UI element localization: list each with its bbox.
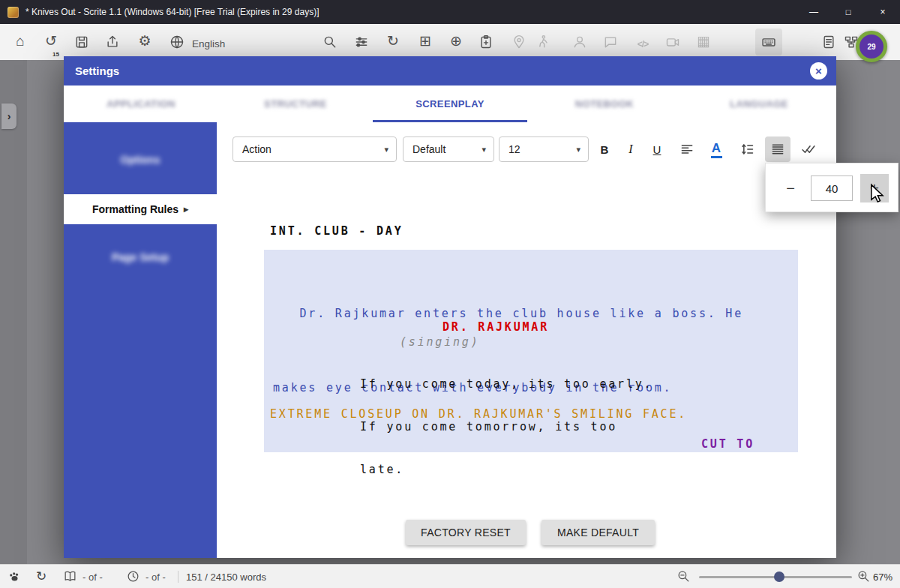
page-book-icon [63, 569, 77, 584]
history-icon[interactable]: ↺ [43, 33, 59, 50]
main-toolbar: ⌂ ↺ 15 ⚙ English ↻ ⊞ ⊕ </> ▦ [0, 24, 900, 60]
minimize-button[interactable]: — [796, 0, 831, 24]
notes-icon[interactable] [821, 34, 836, 50]
text-color-button[interactable]: A [705, 138, 728, 160]
stepper-value-field[interactable]: 40 [811, 176, 853, 201]
user-avatar-trial-badge[interactable]: 29 [856, 31, 887, 62]
tab-application[interactable]: APPLICATION [64, 86, 218, 122]
italic-button[interactable]: I [620, 138, 642, 160]
chevron-down-icon: ▾ [384, 145, 388, 154]
settings-tabbar: APPLICATION STRUCTURE SCREENPLAY NOTEBOO… [64, 86, 836, 122]
filter-sliders-icon[interactable] [354, 34, 369, 50]
element-type-dropdown[interactable]: Action ▾ [232, 136, 397, 162]
dialogue-bubble-icon [603, 34, 618, 50]
refresh-icon[interactable]: ↻ [385, 33, 401, 50]
zoom-percent: 67% [873, 572, 892, 583]
chevron-down-icon: ▾ [576, 145, 580, 154]
font-size-dropdown[interactable]: 12 ▾ [499, 136, 589, 162]
tab-notebook[interactable]: NOTEBOOK [527, 86, 682, 122]
maximize-button[interactable]: □ [831, 0, 866, 24]
chevron-down-icon: ▾ [482, 145, 486, 154]
preview-character[interactable]: DR. RAJKUMAR [442, 320, 549, 334]
close-window-button[interactable]: × [866, 0, 900, 24]
sidebar-item-formatting-rules[interactable]: Formatting Rules ▸ [64, 194, 217, 224]
sidebar-item-page-setup[interactable]: Page Setup [64, 242, 217, 272]
home-icon[interactable]: ⌂ [12, 33, 28, 50]
settings-close-button[interactable]: × [810, 62, 827, 80]
make-default-button[interactable]: MAKE DEFAULT [542, 520, 655, 545]
sidebar-item-options[interactable]: Options [64, 145, 217, 175]
settings-sidebar: Options Formatting Rules ▸ Page Setup [64, 122, 217, 558]
add-scene-icon[interactable]: ⊞ [417, 33, 434, 50]
gear-icon[interactable]: ⚙ [136, 33, 153, 50]
search-icon[interactable] [322, 34, 338, 50]
factory-reset-button[interactable]: FACTORY RESET [406, 520, 526, 545]
window-title: * Knives Out - Scrite 1.1 (Windows 64-bi… [26, 7, 319, 17]
keyboard-icon [761, 34, 776, 50]
line-spacing-button[interactable] [736, 138, 758, 160]
clock-icon [126, 569, 140, 584]
tab-screenplay[interactable]: SCREENPLAY [373, 86, 527, 122]
preview-dialogue[interactable]: If you come today, its too early. If you… [360, 349, 652, 506]
statusbar: ↻ - of - - of - 151 / 24150 words 67% [0, 564, 900, 588]
preview-transition[interactable]: CUT TO [701, 437, 754, 451]
preview-shot[interactable]: EXTREME CLOSEUP ON DR. RAJKUMAR'S SMILIN… [270, 407, 687, 421]
settings-header: Settings × [64, 56, 836, 86]
sidebar-item-arrow-icon: ▸ [184, 204, 188, 214]
zoom-out-icon[interactable] [676, 569, 691, 584]
refresh-status-icon[interactable]: ↻ [36, 568, 46, 584]
location-pin-icon [512, 34, 526, 50]
code-icon: </> [633, 36, 652, 52]
font-dropdown[interactable]: Default ▾ [403, 136, 494, 162]
preview-scene-heading[interactable]: INT. CLUB - DAY [270, 224, 403, 238]
bold-button[interactable]: B [593, 138, 616, 160]
zoom-slider-thumb[interactable] [774, 572, 784, 582]
preview-parenthetical[interactable]: (singing) [400, 335, 479, 349]
stepper-minus-button[interactable]: − [779, 177, 802, 200]
tab-structure[interactable]: STRUCTURE [218, 86, 373, 122]
window-controls: — □ × [796, 0, 900, 24]
statusbar-divider [178, 571, 178, 583]
mouse-cursor [867, 183, 888, 204]
undo-count-badge: 15 [52, 51, 59, 58]
word-count: 151 / 24150 words [186, 572, 266, 583]
apply-all-checks-button[interactable] [797, 138, 820, 160]
titlebar: * Knives Out - Scrite 1.1 (Windows 64-bi… [0, 0, 900, 24]
paw-icon[interactable] [8, 569, 22, 584]
language-label[interactable]: English [192, 38, 225, 50]
export-icon[interactable] [105, 34, 120, 50]
tab-language[interactable]: LANGUAGE [682, 86, 836, 122]
person-icon [572, 34, 587, 50]
zoom-in-icon[interactable] [856, 569, 871, 584]
globe-language-icon[interactable] [170, 34, 184, 50]
clipboard-add-icon[interactable] [478, 34, 494, 50]
app-icon [8, 7, 19, 18]
line-height-button-active[interactable] [765, 136, 790, 162]
keyboard-toggle-active[interactable] [755, 28, 782, 56]
grid-icon: ▦ [695, 33, 712, 50]
camera-icon [665, 34, 680, 50]
walking-person-icon [536, 34, 550, 50]
text-align-button[interactable] [676, 138, 698, 160]
save-icon[interactable] [74, 34, 89, 50]
underline-button[interactable]: U [646, 138, 668, 160]
page-count: - of - [82, 572, 103, 583]
time-count: - of - [146, 572, 166, 583]
scrite-window: * Knives Out - Scrite 1.1 (Windows 64-bi… [0, 0, 900, 588]
add-circle-icon[interactable]: ⊕ [448, 33, 464, 50]
settings-dialog: Settings × APPLICATION STRUCTURE SCREENP… [64, 56, 836, 558]
settings-title: Settings [75, 64, 119, 77]
